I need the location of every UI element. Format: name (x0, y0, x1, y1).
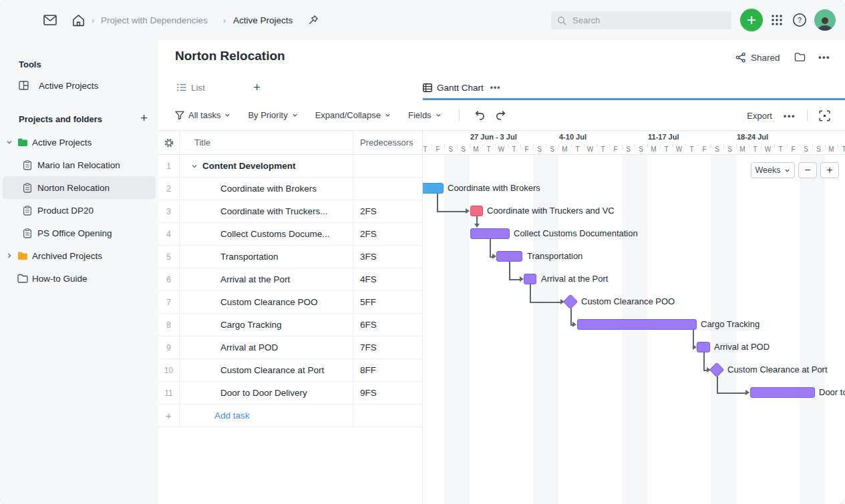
gantt-task-label: Coordinate with Brokers (448, 183, 540, 194)
table-row-content-development[interactable]: 1Content Development (158, 155, 422, 178)
gantt-bar-cargo-tracking[interactable] (577, 319, 697, 330)
page-title: Norton Relocation (175, 49, 285, 63)
fullscreen-icon[interactable] (819, 110, 830, 121)
add-project-button[interactable]: + (140, 111, 148, 125)
chevron-right-icon[interactable] (6, 252, 17, 259)
sidebar-item-active-projects[interactable]: Active Projects (3, 131, 156, 154)
predecessor-cell[interactable]: 6FS (353, 314, 422, 336)
sort-by-priority-dropdown[interactable]: By Priority (248, 110, 297, 120)
table-row-cargo-tracking[interactable]: 8Cargo Tracking6FS (158, 314, 422, 336)
task-title-cell[interactable]: Coordinate with Brokers (179, 178, 353, 200)
predecessor-cell[interactable] (353, 178, 422, 200)
home-icon[interactable] (71, 0, 86, 40)
expand-collapse-dropdown[interactable]: Expand/Collapse (315, 110, 391, 120)
predecessor-cell[interactable]: 5FF (353, 291, 422, 313)
tab-list[interactable]: List (177, 75, 205, 100)
task-title-cell[interactable]: Collect Customs Docume... (179, 223, 353, 245)
toolbar-more-menu[interactable]: ••• (784, 111, 796, 121)
sidebar-item-norton-relocation[interactable]: Norton Relocation (3, 176, 156, 199)
hamburger-menu-icon[interactable] (13, 0, 29, 40)
predecessor-cell[interactable]: 4FS (353, 268, 422, 290)
zoom-in-button[interactable]: + (820, 162, 839, 178)
table-row-door-to-door-delivery[interactable]: 11Door to Door Delivery9FS (158, 382, 422, 405)
column-header-predecessors[interactable]: Predecessors (353, 131, 422, 154)
app-window: › Project with Dependencies › Active Pro… (0, 0, 845, 504)
table-row-arrival-at-the-port[interactable]: 6Arrival at the Port4FS (158, 268, 422, 291)
main-panel: Norton Relocation Shared ••• List Gant (158, 40, 845, 504)
gantt-bar-coordinate-with-truckers-and-vc[interactable] (470, 206, 483, 216)
search-input[interactable] (571, 15, 725, 26)
task-title-cell[interactable]: Door to Door Delivery (179, 382, 353, 404)
predecessor-cell[interactable]: 9FS (353, 382, 422, 404)
tab-gantt-chart[interactable]: Gantt Chart ••• (423, 75, 845, 100)
export-button[interactable]: Export (747, 111, 772, 121)
table-row-custom-clearance-at-port[interactable]: 10Custom Clearance at Port8FF (158, 359, 422, 382)
task-title-cell[interactable]: Transportation (179, 246, 353, 268)
task-title-cell[interactable]: Cargo Tracking (179, 314, 353, 336)
project-folder-button[interactable] (794, 52, 806, 62)
user-avatar[interactable] (814, 9, 836, 31)
table-row-coordinate-with-brokers[interactable]: 2Coordinate with Brokers (158, 178, 422, 200)
table-row-collect-customs-docume[interactable]: 4Collect Customs Docume...2FS (158, 223, 422, 246)
add-task-link[interactable]: Add task (179, 405, 353, 427)
task-title-cell[interactable]: Coordinate with Truckers... (179, 200, 353, 222)
tab-options-icon[interactable]: ••• (490, 83, 501, 92)
task-title-cell[interactable]: Arrival at the Port (179, 268, 353, 290)
predecessor-cell[interactable]: 2FS (353, 223, 422, 245)
table-settings-gear-icon[interactable] (158, 131, 179, 154)
gantt-bar-transportation[interactable] (496, 251, 522, 262)
table-row-transportation[interactable]: 5Transportation3FS (158, 246, 422, 268)
create-new-button[interactable]: + (740, 9, 763, 31)
fields-dropdown[interactable]: Fields (408, 110, 442, 120)
gantt-bar-arrival-at-pod[interactable] (697, 342, 710, 352)
gantt-bar-collect-customs-documentation[interactable] (470, 228, 510, 239)
add-task-row[interactable]: + Add task (158, 405, 422, 427)
table-row-coordinate-with-truckers[interactable]: 3Coordinate with Truckers...2FS (158, 200, 422, 223)
inbox-icon[interactable] (42, 0, 58, 40)
sidebar-item-product-dp20[interactable]: Product DP20 (3, 199, 156, 222)
apps-grid-icon[interactable] (770, 13, 784, 27)
dependency-connector (509, 262, 510, 279)
gantt-task-label: Arrival at the Port (541, 274, 608, 284)
predecessor-cell[interactable]: 2FS (353, 200, 422, 222)
chevron-down-icon[interactable] (191, 163, 198, 170)
sidebar-item-archived-projects[interactable]: Archived Projects (3, 244, 156, 267)
pin-icon[interactable] (307, 0, 319, 40)
help-icon[interactable]: ? (792, 13, 807, 27)
board-icon (19, 81, 33, 90)
sidebar: Tools Active Projects Projects and folde… (0, 40, 158, 504)
shared-button[interactable]: Shared (735, 52, 780, 63)
filter-all-tasks-dropdown[interactable]: All tasks (175, 110, 230, 120)
sidebar-item-active-projects[interactable]: Active Projects (0, 75, 158, 96)
sidebar-item-mario-ian-relocation[interactable]: Mario Ian Relocation (3, 154, 156, 176)
predecessor-cell[interactable] (353, 155, 422, 177)
predecessor-cell[interactable]: 8FF (353, 359, 422, 381)
predecessor-cell[interactable]: 7FS (353, 336, 422, 358)
predecessor-cell[interactable]: 3FS (353, 246, 422, 268)
chevron-down-icon[interactable] (6, 139, 17, 146)
breadcrumb-root[interactable]: Project with Dependencies (101, 0, 208, 40)
gantt-bar-arrival-at-the-port[interactable] (524, 274, 536, 284)
task-title-cell[interactable]: Content Development (179, 155, 353, 177)
table-row-arrival-at-pod[interactable]: 9Arrival at POD7FS (158, 336, 422, 359)
redo-button[interactable] (495, 110, 506, 120)
gantt-day-letter: T (571, 143, 584, 155)
sidebar-item-ps-office-opening[interactable]: PS Office Opening (3, 222, 156, 244)
gantt-bar-coordinate-with-brokers[interactable] (423, 183, 444, 194)
add-view-button[interactable]: + (253, 80, 261, 95)
zoom-out-button[interactable]: − (798, 162, 817, 178)
task-title-cell[interactable]: Arrival at POD (179, 336, 353, 358)
column-header-title[interactable]: Title (179, 131, 353, 154)
task-title-cell[interactable]: Custom Clearance at Port (179, 359, 353, 381)
table-row-custom-clearance-poo[interactable]: 7Custom Clearance POO5FF (158, 291, 422, 314)
breadcrumb-current[interactable]: Active Projects (233, 0, 293, 40)
gantt-milestone-custom-clearance-poo[interactable] (563, 294, 578, 310)
gantt-bar-door-to-door-delivery[interactable] (750, 387, 815, 398)
task-title-cell[interactable]: Custom Clearance POO (179, 291, 353, 313)
search-bar[interactable] (551, 11, 731, 29)
undo-button[interactable] (474, 110, 486, 120)
sidebar-item-label: Norton Relocation (37, 183, 110, 193)
timescale-dropdown[interactable]: Weeks (751, 162, 795, 178)
project-more-menu[interactable]: ••• (818, 52, 830, 62)
sidebar-item-how-to-guide[interactable]: How-to Guide (3, 267, 156, 290)
